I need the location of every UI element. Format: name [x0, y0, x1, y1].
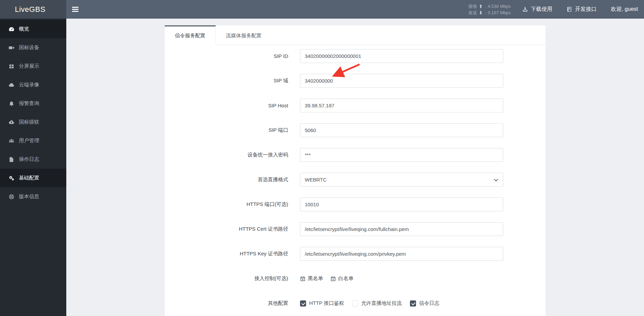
sidebar-nav: 概览国标设备分屏展示云端录像报警查询国标级联用户管理操作日志基础配置版本信息 [0, 19, 66, 316]
video-camera-icon [8, 45, 15, 51]
dev-api-link[interactable]: 开发接口 [567, 6, 597, 13]
field-label: SIP ID [165, 53, 288, 59]
form-row: 设备统一接入密码 [165, 148, 546, 162]
cloud-upload-icon [8, 119, 15, 125]
file-icon [8, 156, 15, 163]
form-row: HTTPS 端口(可选) [165, 197, 546, 211]
sidebar-item-用户管理[interactable]: 用户管理 [0, 131, 66, 150]
tab-流媒体服务配置[interactable]: 流媒体服务配置 [216, 25, 272, 45]
calendar-check-icon [330, 276, 336, 281]
黑名单-button[interactable]: 黑名单 [300, 275, 323, 282]
welcome-user[interactable]: 欢迎, guest [611, 6, 638, 13]
arrow-down-icon [479, 10, 483, 15]
checkbox-box[interactable] [352, 300, 358, 307]
checkbox-box[interactable] [410, 300, 416, 307]
input-SIP ID[interactable] [300, 49, 503, 63]
calendar-x-icon [300, 276, 305, 281]
sidebar-item-云端录像[interactable]: 云端录像 [0, 76, 66, 94]
form-row: SIP ID [165, 49, 546, 63]
book-icon [567, 6, 572, 12]
cloud-icon [8, 82, 15, 88]
bell-icon [8, 101, 15, 107]
field-label: 其他配置 [165, 300, 288, 307]
field-label: SIP Host [165, 103, 288, 108]
users-icon [8, 138, 15, 144]
download-usage-link[interactable]: 下载使用 [522, 6, 552, 13]
receive-rate: 接收:4.538 Mbps [468, 3, 511, 9]
form-row: SIP 域 [165, 74, 546, 88]
select-首选直播格式[interactable]: WEBRTC [300, 173, 503, 187]
sidebar-item-操作日志[interactable]: 操作日志 [0, 150, 66, 169]
field-label: 设备统一接入密码 [165, 152, 288, 158]
sidebar-toggle-button[interactable] [66, 0, 84, 19]
input-HTTPS Key 证书路径[interactable] [300, 247, 503, 261]
download-icon [522, 6, 528, 12]
form-row: 接入控制(可选)黑名单白名单 [165, 272, 546, 286]
form-row: 首选直播格式WEBRTC [165, 173, 546, 187]
config-form: SIP IDSIP 域SIP HostSIP 端口设备统一接入密码首选直播格式W… [165, 45, 546, 310]
白名单-button[interactable]: 白名单 [330, 275, 353, 282]
dashboard-icon [8, 26, 15, 32]
grid-icon [8, 63, 15, 69]
form-row: 其他配置HTTP 接口鉴权允许直播地址拉流信令日志 [165, 296, 546, 310]
input-HTTPS 端口(可选)[interactable] [300, 197, 503, 211]
field-label: 接入控制(可选) [165, 275, 288, 282]
input-HTTPS Cert 证书路径[interactable] [300, 222, 503, 236]
input-SIP 端口[interactable] [300, 123, 503, 137]
checkbox-box[interactable] [300, 300, 306, 307]
input-SIP 域[interactable] [300, 74, 503, 88]
arrow-up-icon [479, 4, 483, 8]
sidebar-item-报警查询[interactable]: 报警查询 [0, 94, 66, 113]
input-设备统一接入密码[interactable] [300, 148, 503, 162]
form-row: HTTPS Cert 证书路径 [165, 222, 546, 236]
config-tabs: 信令服务配置流媒体服务配置 [165, 25, 546, 45]
form-row: HTTPS Key 证书路径 [165, 247, 546, 261]
sidebar-item-概览[interactable]: 概览 [0, 20, 66, 38]
sidebar-item-版本信息[interactable]: 版本信息 [0, 187, 66, 206]
tab-信令服务配置[interactable]: 信令服务配置 [165, 25, 216, 45]
sidebar-item-基础配置[interactable]: 基础配置 [0, 169, 66, 187]
checkbox-信令日志[interactable]: 信令日志 [410, 300, 439, 307]
field-label: HTTPS Key 证书路径 [165, 251, 288, 257]
field-label: 首选直播格式 [165, 176, 288, 183]
app-logo[interactable]: LiveGBS [0, 0, 66, 19]
sidebar-item-国标级联[interactable]: 国标级联 [0, 113, 66, 131]
gears-icon [8, 175, 15, 181]
main-content: 信令服务配置流媒体服务配置 SIP IDSIP 域SIP HostSIP 端口设… [66, 19, 644, 316]
config-card: 信令服务配置流媒体服务配置 SIP IDSIP 域SIP HostSIP 端口设… [165, 25, 546, 316]
sidebar-item-分屏展示[interactable]: 分屏展示 [0, 57, 66, 76]
sidebar-item-国标设备[interactable]: 国标设备 [0, 38, 66, 57]
input-SIP Host[interactable] [300, 99, 503, 112]
field-label: SIP 域 [165, 78, 288, 84]
form-row: SIP Host [165, 99, 546, 112]
checkbox-允许直播地址拉流[interactable]: 允许直播地址拉流 [352, 300, 402, 307]
send-rate: 发送:0.157 Mbps [468, 9, 511, 16]
chevron-down-icon [494, 177, 498, 182]
network-stats: 接收:4.538 Mbps发送:0.157 Mbps [468, 3, 511, 16]
field-label: SIP 端口 [165, 127, 288, 133]
version-icon [8, 194, 15, 200]
field-label: HTTPS 端口(可选) [165, 201, 288, 208]
field-label: HTTPS Cert 证书路径 [165, 226, 288, 232]
form-row: SIP 端口 [165, 123, 546, 137]
hamburger-icon [72, 7, 78, 8]
checkbox-HTTP 接口鉴权[interactable]: HTTP 接口鉴权 [300, 300, 344, 307]
top-header: LiveGBS 接收:4.538 Mbps发送:0.157 Mbps 下载使用开… [0, 0, 644, 19]
